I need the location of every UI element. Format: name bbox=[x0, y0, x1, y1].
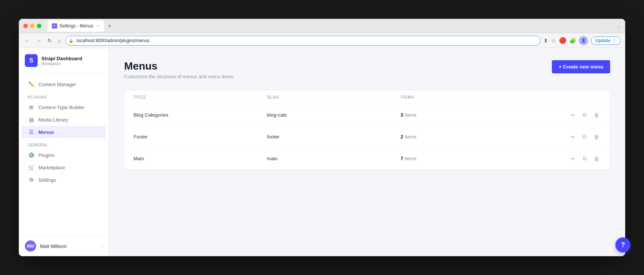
copy-row-button[interactable]: ⧉ bbox=[581, 154, 588, 163]
brand-sub: Workplace bbox=[41, 61, 82, 66]
sidebar: S Strapi Dashboard Workplace ✏️ Content … bbox=[19, 48, 109, 256]
copy-row-button[interactable]: ⧉ bbox=[581, 110, 588, 120]
edit-row-button[interactable]: ✏ bbox=[569, 111, 577, 120]
user-initials: MM bbox=[27, 244, 34, 248]
browser-nav: ← → ↻ ⌂ 🔒 ⬆ ☆ 🔴 🧩 👤 Update ⋮ bbox=[19, 33, 625, 48]
tab-close-btn[interactable]: × bbox=[97, 24, 99, 28]
page-title: Menus bbox=[124, 60, 233, 72]
page-title-wrap: Menus Customize the structure of menus a… bbox=[124, 60, 233, 79]
delete-row-button[interactable]: 🗑 bbox=[592, 154, 601, 163]
main-content: Menus Customize the structure of menus a… bbox=[109, 48, 625, 256]
row-actions: ✏ ⧉ 🗑 bbox=[534, 154, 601, 163]
items-label: items bbox=[405, 156, 416, 161]
items-count: 2 bbox=[401, 134, 403, 140]
page-header: Menus Customize the structure of menus a… bbox=[124, 60, 610, 79]
col-actions bbox=[534, 95, 601, 99]
browser-titlebar: Settings - Menus × + ⌄ bbox=[19, 19, 625, 33]
table-header: TITLE SLUG ITEMS bbox=[125, 90, 610, 104]
sidebar-item-menus[interactable]: ☰ Menus bbox=[22, 126, 106, 138]
edit-icon: ✏️ bbox=[28, 81, 35, 87]
sidebar-item-content-type-builder[interactable]: ⊞ Content-Type Builder bbox=[22, 101, 106, 113]
chevron-down-icon: ⌄ bbox=[617, 23, 621, 29]
extension-icon-2[interactable]: 🧩 bbox=[570, 38, 576, 44]
minimize-traffic-light[interactable] bbox=[30, 24, 35, 28]
close-traffic-light[interactable] bbox=[23, 24, 28, 28]
update-btn-label: Update bbox=[595, 38, 611, 43]
tab-favicon bbox=[52, 23, 57, 29]
traffic-lights bbox=[23, 24, 41, 28]
row-slug: footer bbox=[267, 134, 401, 140]
sidebar-item-label: Plugins bbox=[38, 152, 55, 158]
lock-icon: 🔒 bbox=[68, 38, 74, 43]
share-icon[interactable]: ⬆ bbox=[544, 38, 548, 44]
brand-name: Strapi Dashboard bbox=[41, 56, 82, 61]
row-items-cell: 7 items bbox=[401, 156, 534, 161]
delete-row-button[interactable]: 🗑 bbox=[592, 132, 601, 141]
cart-icon: 🛒 bbox=[28, 164, 35, 170]
active-tab[interactable]: Settings - Menus × bbox=[47, 20, 104, 32]
sidebar-item-label: Content-Type Builder bbox=[38, 105, 84, 110]
home-button[interactable]: ⌂ bbox=[56, 36, 62, 45]
address-bar-wrap: 🔒 bbox=[65, 36, 541, 46]
row-title: Blog Categories bbox=[134, 112, 267, 118]
items-label: items bbox=[405, 112, 416, 118]
gear-icon: ⚙️ bbox=[28, 152, 35, 158]
app-layout: S Strapi Dashboard Workplace ✏️ Content … bbox=[19, 48, 625, 256]
table-row: Main main 7 items ✏ ⧉ 🗑 bbox=[125, 148, 610, 169]
sidebar-item-marketplace[interactable]: 🛒 Marketplace bbox=[22, 161, 106, 173]
table-row: Footer footer 2 items ✏ ⧉ 🗑 bbox=[125, 126, 610, 148]
sidebar-item-label: Marketplace bbox=[38, 165, 65, 170]
col-slug: SLUG bbox=[267, 95, 401, 99]
update-chevron-icon: ⋮ bbox=[612, 38, 617, 43]
tab-title: Settings - Menus bbox=[59, 23, 93, 29]
menu-icon: ☰ bbox=[28, 129, 35, 135]
row-actions: ✏ ⧉ 🗑 bbox=[534, 132, 601, 141]
edit-row-button[interactable]: ✏ bbox=[569, 132, 577, 141]
sidebar-collapse-button[interactable]: ‹ bbox=[101, 243, 103, 249]
row-title: Footer bbox=[134, 134, 267, 140]
table-row: Blog Categories blog-cats 3 items ✏ ⧉ 🗑 bbox=[125, 104, 610, 126]
page-subtitle: Customize the structure of menus and men… bbox=[124, 74, 233, 79]
profile-avatar-nav[interactable]: 👤 bbox=[579, 36, 588, 45]
bookmark-icon[interactable]: ☆ bbox=[551, 38, 556, 44]
items-count: 7 bbox=[401, 156, 403, 161]
grid-icon: ⊞ bbox=[28, 104, 35, 110]
edit-row-button[interactable]: ✏ bbox=[569, 154, 577, 163]
row-items-cell: 3 items bbox=[401, 112, 534, 118]
create-new-menu-button[interactable]: + Create new menu bbox=[552, 60, 610, 73]
items-label: items bbox=[405, 134, 416, 140]
sidebar-nav: ✏️ Content Manager PLUGINS ⊞ Content-Typ… bbox=[19, 73, 109, 235]
nav-actions: ⬆ ☆ 🔴 🧩 👤 Update ⋮ bbox=[544, 36, 621, 45]
sidebar-item-label: Media Library bbox=[38, 117, 68, 123]
sidebar-item-media-library[interactable]: ▤ Media Library bbox=[22, 114, 106, 126]
row-items-cell: 2 items bbox=[401, 134, 534, 140]
update-button[interactable]: Update ⋮ bbox=[591, 36, 621, 45]
sidebar-item-content-manager[interactable]: ✏️ Content Manager bbox=[22, 78, 106, 90]
col-title: TITLE bbox=[134, 95, 267, 99]
sidebar-item-settings[interactable]: ⚙ Settings bbox=[22, 174, 106, 186]
forward-button[interactable]: → bbox=[35, 36, 43, 45]
delete-row-button[interactable]: 🗑 bbox=[592, 111, 601, 120]
sidebar-item-plugins[interactable]: ⚙️ Plugins bbox=[22, 149, 106, 161]
copy-row-button[interactable]: ⧉ bbox=[581, 132, 588, 141]
new-tab-btn[interactable]: + bbox=[105, 23, 113, 29]
help-button[interactable]: ? bbox=[615, 237, 630, 252]
maximize-traffic-light[interactable] bbox=[37, 24, 41, 28]
items-count: 3 bbox=[401, 112, 403, 118]
address-input[interactable] bbox=[65, 36, 541, 46]
back-button[interactable]: ← bbox=[23, 36, 32, 45]
create-btn-label: + Create new menu bbox=[559, 64, 603, 70]
extension-icon-1[interactable]: 🔴 bbox=[559, 37, 567, 44]
sidebar-item-label: Content Manager bbox=[38, 82, 76, 87]
settings-icon: ⚙ bbox=[28, 177, 35, 183]
row-actions: ✏ ⧉ 🗑 bbox=[534, 110, 601, 120]
brand-icon: S bbox=[25, 54, 38, 67]
row-slug: main bbox=[267, 156, 401, 161]
sidebar-footer: MM Matt Milburn ‹ bbox=[19, 235, 109, 256]
row-slug: blog-cats bbox=[267, 112, 401, 118]
reload-button[interactable]: ↻ bbox=[46, 36, 53, 45]
user-name: Matt Milburn bbox=[40, 243, 97, 249]
menus-table: TITLE SLUG ITEMS Blog Categories blog-ca… bbox=[124, 90, 610, 170]
sidebar-item-label: Settings bbox=[38, 177, 56, 183]
user-avatar: MM bbox=[25, 240, 36, 252]
